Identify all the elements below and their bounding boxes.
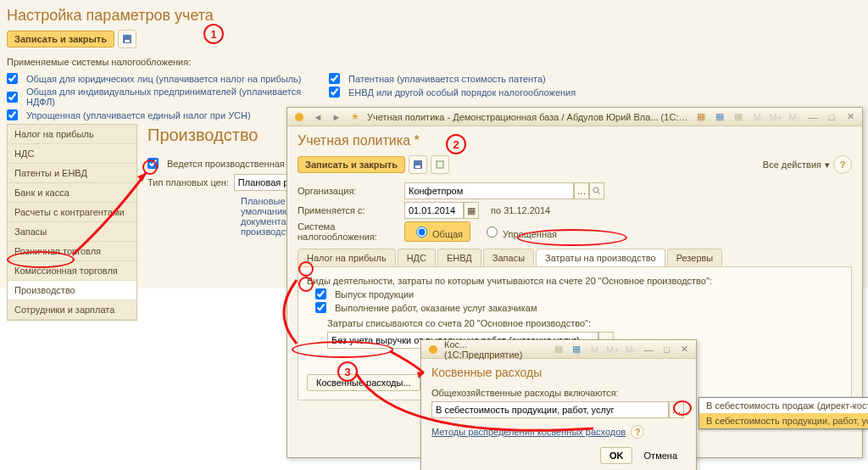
grid-icon[interactable]: ▦ xyxy=(732,110,745,124)
policy-save-close-button[interactable]: Записать и закрыть xyxy=(298,156,405,173)
chevron-down-icon[interactable]: ▾ xyxy=(825,159,830,171)
date-from-input[interactable] xyxy=(404,202,464,219)
annotation-sidebar-ellipse xyxy=(7,251,75,268)
annotation-checkbox-ellipse xyxy=(142,159,158,175)
policy-create-icon[interactable] xyxy=(431,155,449,174)
policy-save-icon[interactable] xyxy=(409,155,427,174)
output-checkbox[interactable] xyxy=(315,288,326,299)
tax-legal-label: Общая для юридических лиц (уплачивается … xyxy=(26,74,301,84)
all-actions-link[interactable]: Все действия xyxy=(763,159,821,170)
sidebar-item-stock[interactable]: Запасы xyxy=(8,222,136,242)
annotation-btn-ellipse xyxy=(292,341,393,358)
svg-rect-5 xyxy=(437,161,443,168)
tab-stock[interactable]: Запасы xyxy=(483,249,534,266)
tax-legal-checkbox[interactable] xyxy=(7,73,18,84)
option-cost-of-production[interactable]: В себестоимость продукции, работ, услуг xyxy=(699,413,868,428)
sidebar-item-vat[interactable]: НДС xyxy=(8,144,136,164)
annotation-1: 1 xyxy=(203,24,224,44)
indirect-label1: Общехозяйственные расходы включаются: xyxy=(431,388,686,398)
close-icon[interactable]: ✕ xyxy=(843,110,857,124)
ind-mplus-icon[interactable]: M+ xyxy=(606,343,620,356)
tax-patent-checkbox[interactable] xyxy=(329,73,340,84)
ind-min-icon[interactable]: — xyxy=(643,343,655,356)
save-close-button[interactable]: Записать и закрыть xyxy=(7,31,114,48)
star-icon[interactable]: ★ xyxy=(348,110,362,124)
costs-line1: Виды деятельности, затраты по которым уч… xyxy=(307,276,843,286)
methods-link[interactable]: Методы распределения косвенных расходов xyxy=(431,427,626,437)
m-icon[interactable]: M xyxy=(750,110,764,124)
org-input[interactable] xyxy=(404,182,574,199)
tab-reserves[interactable]: Резервы xyxy=(667,249,723,266)
works-checkbox[interactable] xyxy=(315,302,326,313)
svg-rect-1 xyxy=(125,40,130,42)
output-label: Выпуск продукции xyxy=(335,289,414,299)
date-icon[interactable]: ▦ xyxy=(713,110,726,124)
mminus-icon[interactable]: M- xyxy=(787,110,801,124)
indirect-value-input[interactable] xyxy=(431,401,669,418)
sidebar-item-profit-tax[interactable]: Налог на прибыль xyxy=(8,125,136,144)
indirect-costs-button[interactable]: Косвенные расходы... xyxy=(307,374,420,391)
ind-m-icon[interactable]: M xyxy=(588,343,601,356)
help-icon[interactable]: ? xyxy=(833,155,852,174)
svg-line-7 xyxy=(598,192,600,194)
sidebar-item-patents[interactable]: Патенты и ЕНВД xyxy=(8,164,136,183)
writeoff-label: Затраты списываются со счета 20 "Основно… xyxy=(327,318,843,328)
min-icon[interactable]: — xyxy=(806,110,820,124)
tax-individual-checkbox[interactable] xyxy=(7,92,18,103)
tax-sys-general[interactable]: Общая xyxy=(404,221,470,242)
tax-envd-label: ЕНВД или другой особый порядок налогообл… xyxy=(348,87,576,98)
svg-rect-4 xyxy=(415,165,420,168)
plan-price-input[interactable] xyxy=(234,174,293,191)
app-icon xyxy=(292,110,306,124)
ok-button[interactable]: OK xyxy=(600,447,633,464)
org-select-icon[interactable]: … xyxy=(574,182,589,199)
ind-grid-icon[interactable]: ▦ xyxy=(553,343,565,356)
tax-systems-label: Применяемые системы налогообложения: xyxy=(7,57,861,67)
calendar-icon[interactable]: ▦ xyxy=(464,202,479,219)
option-direct-costing[interactable]: В себестоимость продаж (директ-костинг) xyxy=(699,398,868,413)
org-search-icon[interactable] xyxy=(589,182,604,199)
indirect-options-dropdown: В себестоимость продаж (директ-костинг) … xyxy=(698,397,868,429)
annotation-cb1-ellipse xyxy=(298,261,314,277)
sidebar-item-production[interactable]: Производство xyxy=(8,281,136,300)
annotation-cb2-ellipse xyxy=(298,277,314,292)
back-icon[interactable]: ◄ xyxy=(311,110,325,124)
svg-point-2 xyxy=(295,113,303,121)
sidebar-item-counterparties[interactable]: Расчеты с контрагентами xyxy=(8,203,136,222)
save-icon-button[interactable] xyxy=(118,30,136,48)
methods-help-icon[interactable]: ? xyxy=(631,425,644,439)
svg-point-8 xyxy=(429,345,437,354)
ind-mminus-icon[interactable]: M- xyxy=(625,343,637,356)
tab-vat[interactable]: НДС xyxy=(398,249,436,266)
works-label: Выполнение работ, оказание услуг заказчи… xyxy=(335,303,537,313)
ind-date-icon[interactable]: ▦ xyxy=(570,343,583,356)
indirect-heading: Косвенные расходы xyxy=(431,366,686,379)
annotation-tab-ellipse xyxy=(517,229,627,246)
ind-max-icon[interactable]: □ xyxy=(660,343,673,356)
ind-app-icon xyxy=(426,343,439,356)
tab-production-costs[interactable]: Затраты на производство xyxy=(536,249,665,266)
calc-icon[interactable]: ▦ xyxy=(694,110,708,124)
tab-envd[interactable]: ЕНВД xyxy=(437,249,481,266)
sidebar-item-bank[interactable]: Банк и касса xyxy=(8,183,136,203)
policy-heading: Учетная политика * xyxy=(298,133,852,148)
annotation-3: 3 xyxy=(337,361,358,382)
tax-individual-label: Общая для индивидуальных предпринимателе… xyxy=(26,87,303,107)
ind-close-icon[interactable]: ✕ xyxy=(678,343,691,356)
date-from-label: Применяется с: xyxy=(298,205,399,215)
tax-sys-label: Система налогообложения: xyxy=(298,221,399,242)
fwd-icon[interactable]: ► xyxy=(330,110,343,124)
mplus-icon[interactable]: M+ xyxy=(769,110,782,124)
cancel-button[interactable]: Отмена xyxy=(636,448,686,463)
indirect-win-title: Кос... (1С:Предприятие) xyxy=(444,339,542,360)
plan-price-label: Тип плановых цен: xyxy=(147,177,229,187)
org-label: Организация: xyxy=(298,186,399,196)
annotation-dots-ellipse xyxy=(673,400,692,416)
sidebar-item-staff[interactable]: Сотрудники и зарплата xyxy=(8,300,136,320)
annotation-2: 2 xyxy=(446,134,466,154)
max-icon[interactable]: □ xyxy=(825,110,838,124)
page-title: Настройка параметров учета xyxy=(7,7,861,25)
tax-envd-checkbox[interactable] xyxy=(329,87,340,98)
policy-win-title: Учетная политика - Демонстрационная база… xyxy=(367,112,689,122)
tax-usn-checkbox[interactable] xyxy=(7,109,18,120)
